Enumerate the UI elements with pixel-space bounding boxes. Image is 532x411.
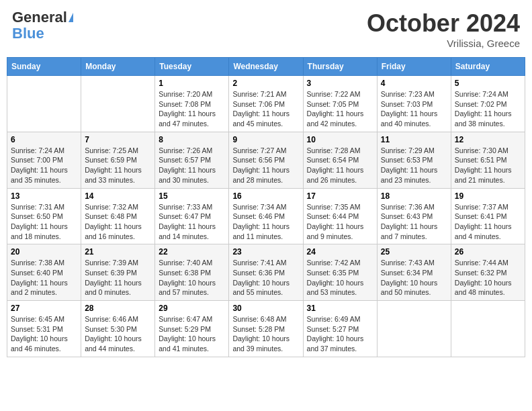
day-info: Sunrise: 7:33 AM Sunset: 6:47 PM Dayligh…	[159, 202, 225, 242]
day-number: 9	[232, 135, 299, 144]
calendar-cell: 26Sunrise: 7:44 AM Sunset: 6:32 PM Dayli…	[451, 244, 525, 301]
calendar-cell: 24Sunrise: 7:42 AM Sunset: 6:35 PM Dayli…	[303, 244, 377, 301]
day-of-week-header: Monday	[81, 58, 155, 76]
day-number: 14	[85, 191, 151, 201]
calendar-cell: 9Sunrise: 7:27 AM Sunset: 6:56 PM Daylig…	[229, 132, 303, 188]
day-number: 20	[11, 247, 77, 257]
calendar-location: Vrilissia, Greece	[367, 38, 520, 49]
calendar-cell: 31Sunrise: 6:49 AM Sunset: 5:27 PM Dayli…	[303, 301, 377, 357]
calendar-cell	[7, 76, 81, 132]
calendar-cell: 16Sunrise: 7:34 AM Sunset: 6:46 PM Dayli…	[229, 188, 303, 244]
calendar-cell: 18Sunrise: 7:36 AM Sunset: 6:43 PM Dayli…	[377, 188, 451, 244]
day-number: 11	[381, 135, 447, 144]
calendar-cell: 23Sunrise: 7:41 AM Sunset: 6:36 PM Dayli…	[229, 244, 303, 301]
day-of-week-header: Wednesday	[229, 58, 303, 76]
calendar-cell: 17Sunrise: 7:35 AM Sunset: 6:44 PM Dayli…	[303, 188, 377, 244]
day-number: 24	[307, 247, 373, 257]
calendar-cell	[451, 301, 525, 357]
day-number: 27	[11, 304, 77, 313]
day-info: Sunrise: 7:30 AM Sunset: 6:51 PM Dayligh…	[455, 146, 521, 185]
day-number: 30	[232, 304, 299, 313]
day-info: Sunrise: 7:37 AM Sunset: 6:41 PM Dayligh…	[455, 202, 521, 242]
day-number: 17	[307, 191, 373, 201]
day-info: Sunrise: 6:45 AM Sunset: 5:31 PM Dayligh…	[11, 314, 77, 354]
day-info: Sunrise: 7:21 AM Sunset: 7:06 PM Dayligh…	[232, 89, 299, 129]
day-number: 2	[232, 79, 299, 88]
day-info: Sunrise: 7:24 AM Sunset: 7:02 PM Dayligh…	[455, 89, 521, 129]
day-info: Sunrise: 7:43 AM Sunset: 6:34 PM Dayligh…	[381, 258, 447, 298]
calendar-cell: 14Sunrise: 7:32 AM Sunset: 6:48 PM Dayli…	[81, 188, 155, 244]
calendar-cell: 5Sunrise: 7:24 AM Sunset: 7:02 PM Daylig…	[451, 76, 525, 132]
day-of-week-header: Friday	[377, 58, 451, 76]
calendar-cell: 19Sunrise: 7:37 AM Sunset: 6:41 PM Dayli…	[451, 188, 525, 244]
day-info: Sunrise: 7:22 AM Sunset: 7:05 PM Dayligh…	[307, 89, 373, 129]
day-info: Sunrise: 6:46 AM Sunset: 5:30 PM Dayligh…	[85, 314, 151, 354]
day-info: Sunrise: 7:44 AM Sunset: 6:32 PM Dayligh…	[455, 258, 521, 298]
day-number: 16	[232, 191, 299, 201]
day-number: 26	[455, 247, 521, 257]
calendar-cell: 6Sunrise: 7:24 AM Sunset: 7:00 PM Daylig…	[7, 132, 81, 188]
day-of-week-header: Saturday	[451, 58, 525, 76]
calendar-title: October 2024	[367, 9, 520, 38]
day-info: Sunrise: 7:26 AM Sunset: 6:57 PM Dayligh…	[159, 146, 225, 185]
day-number: 23	[232, 247, 299, 257]
calendar-cell: 1Sunrise: 7:20 AM Sunset: 7:08 PM Daylig…	[155, 76, 229, 132]
calendar-cell: 3Sunrise: 7:22 AM Sunset: 7:05 PM Daylig…	[303, 76, 377, 132]
day-info: Sunrise: 7:27 AM Sunset: 6:56 PM Dayligh…	[232, 146, 299, 185]
day-info: Sunrise: 7:25 AM Sunset: 6:59 PM Dayligh…	[85, 146, 151, 185]
day-number: 19	[455, 191, 521, 201]
calendar-cell: 11Sunrise: 7:29 AM Sunset: 6:53 PM Dayli…	[377, 132, 451, 188]
day-info: Sunrise: 7:35 AM Sunset: 6:44 PM Dayligh…	[307, 202, 373, 242]
calendar-cell: 20Sunrise: 7:38 AM Sunset: 6:40 PM Dayli…	[7, 244, 81, 301]
day-number: 1	[159, 79, 225, 88]
calendar-table: SundayMondayTuesdayWednesdayThursdayFrid…	[7, 57, 525, 357]
day-number: 25	[381, 247, 447, 257]
day-number: 31	[307, 304, 373, 313]
day-info: Sunrise: 7:38 AM Sunset: 6:40 PM Dayligh…	[11, 258, 77, 298]
day-number: 15	[159, 191, 225, 201]
calendar-cell: 13Sunrise: 7:31 AM Sunset: 6:50 PM Dayli…	[7, 188, 81, 244]
day-number: 21	[85, 247, 151, 257]
day-info: Sunrise: 6:48 AM Sunset: 5:28 PM Dayligh…	[232, 314, 299, 354]
day-info: Sunrise: 7:23 AM Sunset: 7:03 PM Dayligh…	[381, 89, 447, 129]
day-number: 10	[307, 135, 373, 144]
day-info: Sunrise: 7:34 AM Sunset: 6:46 PM Dayligh…	[232, 202, 299, 242]
calendar-cell: 8Sunrise: 7:26 AM Sunset: 6:57 PM Daylig…	[155, 132, 229, 188]
calendar-cell: 25Sunrise: 7:43 AM Sunset: 6:34 PM Dayli…	[377, 244, 451, 301]
calendar-cell: 4Sunrise: 7:23 AM Sunset: 7:03 PM Daylig…	[377, 76, 451, 132]
day-of-week-header: Tuesday	[155, 58, 229, 76]
calendar-cell: 7Sunrise: 7:25 AM Sunset: 6:59 PM Daylig…	[81, 132, 155, 188]
day-info: Sunrise: 7:40 AM Sunset: 6:38 PM Dayligh…	[159, 258, 225, 298]
day-of-week-header: Thursday	[303, 58, 377, 76]
day-number: 29	[159, 304, 225, 313]
calendar-cell	[81, 76, 155, 132]
logo-general-text: General	[12, 9, 67, 26]
calendar-cell: 29Sunrise: 6:47 AM Sunset: 5:29 PM Dayli…	[155, 301, 229, 357]
calendar-cell: 10Sunrise: 7:28 AM Sunset: 6:54 PM Dayli…	[303, 132, 377, 188]
day-number: 7	[85, 135, 151, 144]
day-info: Sunrise: 7:32 AM Sunset: 6:48 PM Dayligh…	[85, 202, 151, 242]
calendar-cell: 30Sunrise: 6:48 AM Sunset: 5:28 PM Dayli…	[229, 301, 303, 357]
day-info: Sunrise: 7:28 AM Sunset: 6:54 PM Dayligh…	[307, 146, 373, 185]
logo-blue-text: Blue	[12, 26, 44, 42]
day-number: 5	[455, 79, 521, 88]
calendar-cell: 2Sunrise: 7:21 AM Sunset: 7:06 PM Daylig…	[229, 76, 303, 132]
day-number: 28	[85, 304, 151, 313]
day-number: 13	[11, 191, 77, 201]
logo-triangle-icon	[69, 13, 73, 22]
day-of-week-header: Sunday	[7, 58, 81, 76]
calendar-cell: 22Sunrise: 7:40 AM Sunset: 6:38 PM Dayli…	[155, 244, 229, 301]
page-header: General Blue October 2024 Vrilissia, Gre…	[7, 7, 525, 52]
day-info: Sunrise: 6:47 AM Sunset: 5:29 PM Dayligh…	[159, 314, 225, 354]
day-info: Sunrise: 7:20 AM Sunset: 7:08 PM Dayligh…	[159, 89, 225, 129]
day-number: 8	[159, 135, 225, 144]
day-info: Sunrise: 7:31 AM Sunset: 6:50 PM Dayligh…	[11, 202, 77, 242]
day-info: Sunrise: 7:42 AM Sunset: 6:35 PM Dayligh…	[307, 258, 373, 298]
day-number: 18	[381, 191, 447, 201]
day-number: 6	[11, 135, 77, 144]
day-number: 12	[455, 135, 521, 144]
day-info: Sunrise: 7:24 AM Sunset: 7:00 PM Dayligh…	[11, 146, 77, 185]
calendar-cell: 28Sunrise: 6:46 AM Sunset: 5:30 PM Dayli…	[81, 301, 155, 357]
title-block: October 2024 Vrilissia, Greece	[367, 9, 520, 49]
day-info: Sunrise: 7:41 AM Sunset: 6:36 PM Dayligh…	[232, 258, 299, 298]
